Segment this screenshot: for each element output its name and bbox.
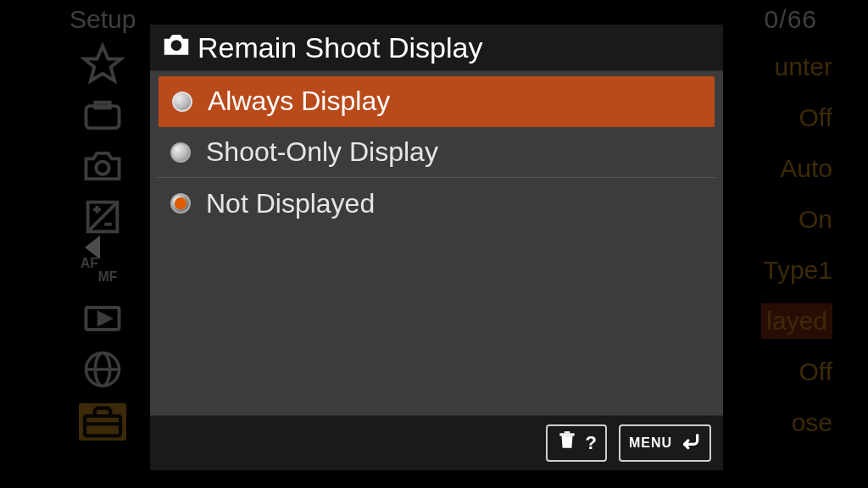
sidebar: AFMF bbox=[73, 47, 132, 441]
dialog-title: Remain Shoot Display bbox=[198, 31, 482, 64]
bg-value: On bbox=[798, 202, 832, 237]
bg-value: Auto bbox=[780, 151, 832, 186]
svg-rect-16 bbox=[85, 416, 120, 435]
help-button[interactable]: ? bbox=[546, 424, 606, 462]
bg-value: Off bbox=[799, 100, 832, 136]
option-shoot-only-display[interactable]: Shoot-Only Display bbox=[157, 127, 716, 178]
camera-icon bbox=[81, 149, 125, 183]
network-icon bbox=[81, 352, 125, 386]
option-label: Not Displayed bbox=[206, 188, 375, 219]
page-counter: 0/66 bbox=[765, 5, 817, 34]
bg-value: unter bbox=[775, 49, 832, 85]
back-caret-icon bbox=[85, 236, 100, 259]
option-not-displayed[interactable]: Not Displayed bbox=[157, 178, 716, 229]
option-dialog: Remain Shoot Display Always Display Shoo… bbox=[149, 24, 724, 471]
svg-point-18 bbox=[171, 40, 182, 51]
trash-icon bbox=[556, 430, 578, 457]
radio-icon bbox=[170, 142, 191, 163]
help-symbol: ? bbox=[585, 432, 596, 454]
svg-marker-0 bbox=[84, 46, 120, 80]
menu-label: MENU bbox=[629, 435, 672, 451]
menu-back-button[interactable]: MENU bbox=[619, 424, 711, 462]
radio-icon bbox=[170, 193, 191, 214]
star-icon bbox=[81, 47, 125, 81]
svg-line-5 bbox=[88, 202, 118, 232]
svg-text:MF: MF bbox=[98, 269, 118, 283]
playback-icon bbox=[81, 302, 125, 336]
bg-value: ose bbox=[792, 405, 832, 441]
background-values-column: unter Off Auto On Type1 layed Off ose bbox=[761, 49, 832, 441]
dialog-footer: ? MENU bbox=[150, 416, 723, 470]
option-label: Always Display bbox=[208, 86, 390, 117]
option-label: Shoot-Only Display bbox=[206, 136, 438, 168]
bg-value-highlight: layed bbox=[761, 303, 832, 339]
radio-icon bbox=[172, 92, 192, 112]
dialog-body: Always Display Shoot-Only Display Not Di… bbox=[150, 70, 723, 416]
svg-rect-19 bbox=[560, 433, 575, 435]
bg-value: Off bbox=[799, 354, 832, 390]
breadcrumb: Setup bbox=[70, 5, 136, 34]
option-always-display[interactable]: Always Display bbox=[159, 76, 715, 127]
svg-marker-12 bbox=[99, 313, 110, 324]
sidebar-shooting-icon bbox=[81, 98, 125, 132]
return-arrow-icon bbox=[679, 430, 701, 457]
svg-rect-20 bbox=[565, 431, 570, 433]
bg-value: Type1 bbox=[763, 252, 832, 288]
exposure-icon bbox=[81, 200, 125, 234]
svg-point-3 bbox=[96, 162, 108, 175]
camera-icon bbox=[160, 30, 192, 64]
dialog-title-bar: Remain Shoot Display bbox=[150, 25, 723, 70]
setup-toolbox-icon bbox=[79, 403, 126, 441]
